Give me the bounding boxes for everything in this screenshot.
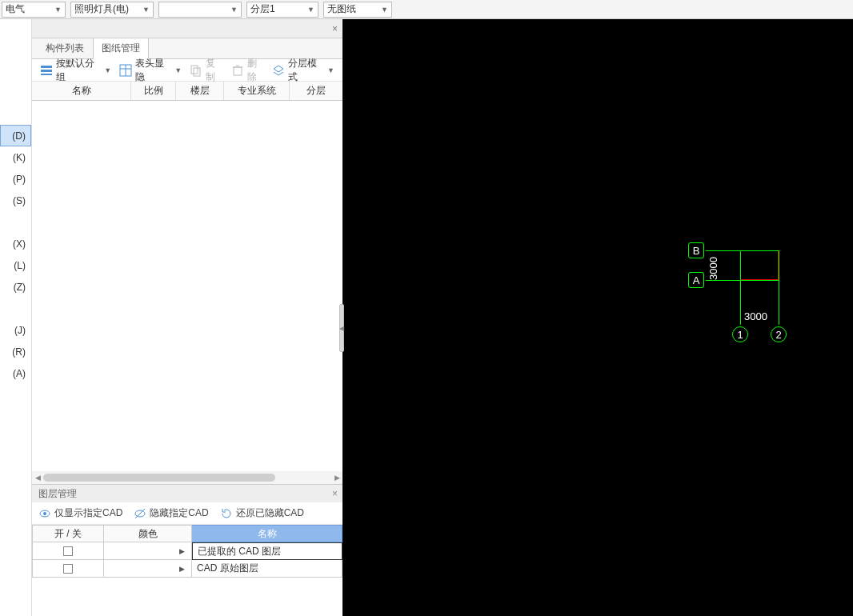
layer-row[interactable]: ▶ CAD 原始图层	[32, 560, 342, 578]
eye-icon	[38, 507, 51, 520]
chevron-down-icon: ▼	[54, 6, 62, 14]
scroll-thumb[interactable]	[43, 474, 275, 482]
combo-discipline[interactable]: 电气 ▼	[2, 2, 66, 18]
chevron-right-icon: ▶	[179, 547, 185, 555]
filter-item-d[interactable]: (D)	[0, 125, 31, 146]
filter-item-z[interactable]: (Z)	[0, 276, 31, 298]
layer-table-header: 开 / 关 颜色 名称	[32, 525, 342, 542]
checkbox[interactable]	[63, 546, 73, 556]
layer-tools: 仅显示指定CAD 隐藏指定CAD 还原已隐藏CAD	[32, 502, 342, 525]
col-onoff[interactable]: 开 / 关	[32, 525, 104, 542]
drawing-grid-header: 名称 比例 楼层 专业系统 分层	[32, 82, 342, 101]
scroll-left-icon[interactable]: ◀	[32, 471, 43, 484]
combo-value: 分层1	[250, 2, 275, 16]
chevron-down-icon: ▼	[307, 6, 314, 14]
filter-item-a[interactable]: (A)	[0, 362, 31, 384]
filter-item-j[interactable]: (J)	[0, 319, 31, 341]
svg-rect-8	[234, 67, 242, 75]
layer-panel-header: 图层管理 ×	[32, 485, 342, 502]
scroll-right-icon[interactable]: ▶	[331, 471, 342, 484]
drawing-toolbar: 按默认分组 ▼ 表头显隐 ▼ 复制 删除 分层模式 ▼	[32, 59, 342, 82]
chevron-down-icon: ▼	[174, 66, 182, 74]
col-layer[interactable]: 分层	[290, 82, 342, 100]
chevron-down-icon: ▼	[327, 66, 334, 74]
show-only-cad-button[interactable]: 仅显示指定CAD	[38, 506, 122, 520]
layer-management-panel: 图层管理 × 仅显示指定CAD 隐藏指定CAD 还原已隐藏CAD 开 / 关	[32, 484, 342, 616]
layer-row[interactable]: ▶ 已提取的 CAD 图层	[32, 542, 342, 560]
col-floor[interactable]: 楼层	[176, 82, 224, 100]
layer-name-cell[interactable]: CAD 原始图层	[192, 560, 342, 578]
combo-empty[interactable]: ▼	[158, 2, 242, 18]
axis-line-2	[779, 250, 779, 325]
axis-bubble-2: 2	[771, 326, 787, 342]
left-filter-column: (D) (K) (P) (S) (X) (L) (Z) (J) (R) (A)	[0, 19, 32, 616]
layer-onoff-cell[interactable]	[32, 560, 104, 578]
close-icon[interactable]: ×	[327, 488, 342, 499]
drawing-canvas[interactable]: B A 1 2 3000 3000	[342, 19, 853, 616]
layer-color-cell[interactable]: ▶	[104, 560, 192, 578]
layer-name-cell[interactable]: 已提取的 CAD 图层	[192, 542, 342, 560]
svg-rect-0	[41, 66, 52, 68]
combo-value: 电气	[6, 2, 25, 16]
axis-bubble-1: 1	[732, 326, 748, 342]
copy-icon	[190, 64, 202, 77]
close-icon[interactable]: ×	[327, 23, 342, 34]
chevron-down-icon: ▼	[381, 6, 388, 14]
layer-mode-button[interactable]: 分层模式 ▼	[269, 55, 338, 86]
trash-icon	[231, 64, 244, 77]
layer-color-cell[interactable]: ▶	[104, 542, 192, 560]
filter-item-r[interactable]: (R)	[0, 341, 31, 362]
header-toggle-button[interactable]: 表头显隐 ▼	[116, 55, 185, 86]
combo-component-type[interactable]: 照明灯具(电) ▼	[70, 2, 154, 18]
col-name[interactable]: 名称	[32, 82, 131, 100]
restore-cad-button[interactable]: 还原已隐藏CAD	[220, 506, 304, 520]
hide-cad-button[interactable]: 隐藏指定CAD	[134, 506, 208, 520]
eye-off-icon	[134, 507, 146, 520]
side-panel: × 构件列表 图纸管理 按默认分组 ▼ 表头显隐 ▼ 复制 删除	[32, 19, 342, 616]
dim-vertical: 3000	[707, 257, 719, 280]
svg-rect-2	[41, 74, 52, 75]
axis-line-a	[706, 280, 779, 281]
svg-rect-6	[191, 66, 198, 74]
checkbox[interactable]	[63, 564, 73, 574]
filter-item-p[interactable]: (P)	[0, 168, 31, 190]
panel-header: ×	[32, 19, 342, 38]
scroll-track[interactable]	[43, 474, 331, 482]
svg-marker-11	[274, 66, 283, 72]
svg-point-13	[43, 512, 46, 515]
axis-bubble-b: B	[688, 242, 704, 258]
col-scale[interactable]: 比例	[131, 82, 176, 100]
combo-value: 无图纸	[327, 2, 356, 16]
chevron-down-icon: ▼	[104, 66, 111, 74]
combo-layer[interactable]: 分层1 ▼	[246, 2, 318, 18]
filter-item-x[interactable]: (X)	[0, 233, 31, 254]
delete-button[interactable]: 删除	[228, 55, 267, 86]
layer-panel-title: 图层管理	[38, 487, 77, 501]
restore-icon	[220, 507, 233, 520]
chevron-down-icon: ▼	[230, 6, 238, 14]
drawing-grid-body[interactable]	[32, 101, 342, 471]
group-default-button[interactable]: 按默认分组 ▼	[37, 55, 114, 86]
filter-item-s[interactable]: (S)	[0, 190, 31, 211]
col-color[interactable]: 颜色	[104, 525, 192, 542]
copy-button[interactable]: 复制	[186, 55, 226, 86]
horizontal-scrollbar[interactable]: ◀ ▶	[32, 471, 342, 484]
dim-horizontal: 3000	[744, 310, 767, 322]
axis-bubble-a: A	[688, 272, 704, 288]
layers-icon	[272, 64, 285, 77]
col-layer-name[interactable]: 名称	[192, 525, 342, 542]
axis-line-b	[706, 250, 779, 251]
layer-onoff-cell[interactable]	[32, 542, 104, 560]
table-icon	[119, 64, 132, 77]
chevron-down-icon: ▼	[142, 6, 150, 14]
panel-splitter[interactable]: ◀	[339, 304, 344, 352]
group-icon	[40, 64, 53, 77]
axis-line-1	[740, 250, 741, 325]
combo-drawing[interactable]: 无图纸 ▼	[323, 2, 392, 18]
filter-item-l[interactable]: (L)	[0, 254, 31, 276]
col-system[interactable]: 专业系统	[224, 82, 290, 100]
filter-item-blank1	[0, 211, 31, 233]
top-toolbar: 电气 ▼ 照明灯具(电) ▼ ▼ 分层1 ▼ 无图纸 ▼	[0, 0, 853, 19]
combo-value: 照明灯具(电)	[74, 2, 129, 16]
filter-item-k[interactable]: (K)	[0, 146, 31, 168]
